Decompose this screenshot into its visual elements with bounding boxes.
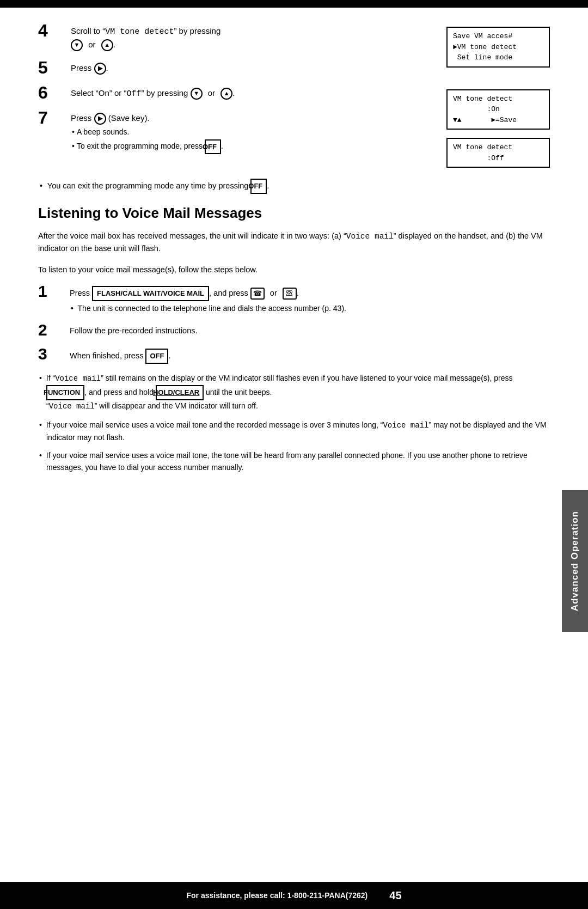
exit-note: You can exit the programming mode any ti…: [38, 179, 550, 194]
off-btn-7[interactable]: OFF: [205, 139, 221, 155]
bottom-notes: If “Voice mail” still remains on the dis…: [38, 373, 550, 473]
step-7-content: Press ▶ (Save key). A beep sounds. To ex…: [71, 111, 430, 155]
listen-step-2: 2 Follow the pre-recorded instructions.: [38, 323, 550, 338]
right-arrow-btn-5[interactable]: ▶: [94, 63, 106, 75]
up-arrow-btn-6[interactable]: ▲: [220, 88, 232, 100]
step6-or: or: [208, 88, 215, 97]
top-bar: [0, 0, 588, 8]
bottom-note-2: If your voice mail service uses a voice …: [38, 419, 550, 443]
step-7-number: 7: [38, 109, 65, 126]
step-6-label: Select “On” or “Off” by pressing ▼ or ▲.: [71, 87, 430, 101]
right-arrow-btn-7[interactable]: ▶: [94, 113, 106, 125]
step-5-block: 5 Press ▶.: [38, 61, 430, 76]
bottom-note-1: If “Voice mail” still remains on the dis…: [38, 373, 550, 413]
down-arrow-btn-6[interactable]: ▼: [191, 88, 203, 100]
display-box-step4: Save VM acces# ►VM tone detect Set line …: [446, 27, 550, 68]
listening-para1: After the voice mail box has received me…: [38, 230, 550, 255]
function-btn[interactable]: FUNCTION: [46, 385, 84, 400]
off-btn-step3[interactable]: OFF: [145, 349, 168, 364]
steps-right: Save VM acces# ►VM tone detect Set line …: [446, 24, 550, 168]
phone-handset-icon[interactable]: ☎: [250, 288, 265, 300]
phone-handsfree-icon[interactable]: 🕾: [283, 288, 297, 300]
listening-para2: To listen to your voice mail message(s),…: [38, 264, 550, 276]
listen-step-3: 3 When finished, press OFF.: [38, 347, 550, 364]
step-7-bullet-2: To exit the programming mode, press OFF.: [71, 139, 430, 155]
listen-step-1-content: Press FLASH/CALL WAIT/VOICE MAIL, and pr…: [70, 284, 550, 314]
listen-step-3-content: When finished, press OFF.: [70, 347, 550, 364]
step-4-number: 4: [38, 22, 65, 39]
listen-step-2-content: Follow the pre-recorded instructions.: [70, 323, 550, 337]
step-6-block: 6 Select “On” or “Off” by pressing ▼ or …: [38, 86, 430, 101]
up-arrow-btn[interactable]: ▲: [101, 39, 113, 51]
spacer-step5: [446, 76, 550, 81]
display-box-step6: VM tone detect :On ▼▲ ►=Save: [446, 89, 550, 130]
section-heading: Listening to Voice Mail Messages: [38, 205, 550, 222]
display-box-step7: VM tone detect :Off: [446, 138, 550, 168]
steps-left: 4 Scroll to “VM tone detect” by pressing…: [38, 24, 430, 168]
step4-or: or: [88, 40, 95, 49]
listen-step-1-num: 1: [38, 283, 64, 300]
hold-clear-btn[interactable]: HOLD/CLEAR: [156, 385, 204, 400]
step-4-content: Scroll to “VM tone detect” by pressing ▼…: [71, 24, 430, 51]
down-arrow-btn[interactable]: ▼: [71, 39, 83, 51]
flash-call-wait-btn[interactable]: FLASH/CALL WAIT/VOICE MAIL: [92, 286, 209, 301]
off-btn-note[interactable]: OFF: [250, 179, 267, 194]
step-4-label: Scroll to “VM tone detect” by pressing ▼…: [71, 25, 430, 51]
step-7-label: Press ▶ (Save key).: [71, 112, 430, 125]
step-6-number: 6: [38, 84, 65, 101]
steps-section-4-7: 4 Scroll to “VM tone detect” by pressing…: [38, 24, 550, 168]
step-6-content: Select “On” or “Off” by pressing ▼ or ▲.: [71, 86, 430, 101]
step-5-content: Press ▶.: [71, 61, 430, 75]
listen-step-2-num: 2: [38, 322, 64, 338]
listen-step1-or: or: [270, 289, 277, 297]
listen-step-1-sub: The unit is connected to the telephone l…: [70, 303, 550, 314]
step-4-block: 4 Scroll to “VM tone detect” by pressing…: [38, 24, 430, 51]
listen-step-3-num: 3: [38, 346, 64, 362]
sidebar-tab: Advanced Operation: [562, 490, 588, 632]
page-number: 45: [389, 889, 401, 902]
sidebar-label: Advanced Operation: [569, 511, 580, 611]
step-5-label: Press ▶.: [71, 62, 430, 75]
bottom-note-3: If your voice mail service uses a voice …: [38, 450, 550, 473]
listen-steps: 1 Press FLASH/CALL WAIT/VOICE MAIL, and …: [38, 284, 550, 364]
step-7-bullet-1: A beep sounds.: [71, 126, 430, 138]
page: 4 Scroll to “VM tone detect” by pressing…: [0, 0, 588, 909]
step-7-block: 7 Press ▶ (Save key). A beep sounds. To …: [38, 111, 430, 155]
footer-text: For assistance, please call: 1-800-211-P…: [186, 891, 367, 900]
step-5-number: 5: [38, 59, 65, 76]
footer: For assistance, please call: 1-800-211-P…: [0, 882, 588, 909]
content-area: 4 Scroll to “VM tone detect” by pressing…: [0, 8, 588, 524]
listen-step-1: 1 Press FLASH/CALL WAIT/VOICE MAIL, and …: [38, 284, 550, 314]
